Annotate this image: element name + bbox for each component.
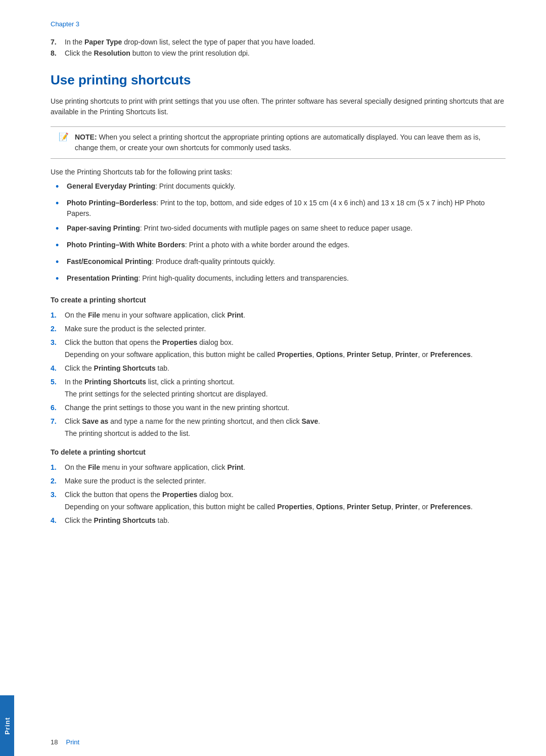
- bullet-item-1: • General Everyday Printing: Print docum…: [56, 181, 506, 194]
- bullet-item-2: • Photo Printing–Borderless: Print to th…: [56, 198, 506, 219]
- create-step-content-4: Click the Printing Shortcuts tab.: [65, 363, 506, 374]
- create-step-4: 4. Click the Printing Shortcuts tab.: [51, 363, 506, 374]
- bullet-text-5: Fast/Economical Printing: Produce draft-…: [67, 256, 275, 269]
- step-text-7: In the Paper Type drop-down list, select…: [65, 38, 315, 46]
- create-step-7: 7. Click Save as and type a name for the…: [51, 416, 506, 439]
- create-step-content-1: On the File menu in your software applic…: [65, 310, 506, 321]
- delete-step-num-4: 4.: [51, 515, 65, 526]
- intro-paragraph: Use printing shortcuts to print with pri…: [51, 96, 506, 117]
- bullet-dot-6: •: [56, 272, 67, 286]
- create-step-1: 1. On the File menu in your software app…: [51, 310, 506, 321]
- create-step-3-sub: Depending on your software application, …: [65, 349, 506, 360]
- create-step-3: 3. Click the button that opens the Prope…: [51, 337, 506, 360]
- create-step-content-2: Make sure the product is the selected pr…: [65, 324, 506, 334]
- bullet-item-6: • Presentation Printing: Print high-qual…: [56, 273, 506, 286]
- create-step-content-5: In the Printing Shortcuts list, click a …: [65, 377, 506, 399]
- bullet-text-1: General Everyday Printing: Print documen…: [67, 181, 236, 194]
- bullet-text-3: Paper-saving Printing: Print two-sided d…: [67, 223, 413, 236]
- use-text: Use the Printing Shortcuts tab for the f…: [51, 168, 506, 176]
- footer-section-label: Print: [66, 738, 79, 746]
- note-label: NOTE:: [75, 133, 97, 141]
- delete-step-content-2: Make sure the product is the selected pr…: [65, 476, 506, 486]
- delete-step-1: 1. On the File menu in your software app…: [51, 462, 506, 473]
- create-step-num-5: 5.: [51, 377, 65, 399]
- chapter-label: Chapter 3: [51, 20, 506, 28]
- create-step-6: 6. Change the print settings to those yo…: [51, 403, 506, 413]
- section-title: Use printing shortcuts: [51, 72, 506, 88]
- create-step-5: 5. In the Printing Shortcuts list, click…: [51, 377, 506, 399]
- bullet-dot-5: •: [56, 255, 67, 269]
- intro-steps-list: 7. In the Paper Type drop-down list, sel…: [51, 38, 506, 57]
- delete-step-content-4: Click the Printing Shortcuts tab.: [65, 515, 506, 526]
- delete-step-content-3: Click the button that opens the Properti…: [65, 490, 506, 512]
- create-step-num-1: 1.: [51, 310, 65, 321]
- bullet-item-3: • Paper-saving Printing: Print two-sided…: [56, 223, 506, 236]
- create-shortcut-heading: To create a printing shortcut: [51, 296, 506, 304]
- bullet-text-6: Presentation Printing: Print high-qualit…: [67, 273, 349, 286]
- bullet-dot-1: •: [56, 180, 67, 194]
- sidebar-print-label: Print: [4, 717, 11, 735]
- delete-steps-list: 1. On the File menu in your software app…: [51, 462, 506, 526]
- create-step-content-6: Change the print settings to those you w…: [65, 403, 506, 413]
- bullet-text-4: Photo Printing–With White Borders: Print…: [67, 240, 349, 252]
- bullet-item-4: • Photo Printing–With White Borders: Pri…: [56, 240, 506, 252]
- delete-step-content-1: On the File menu in your software applic…: [65, 462, 506, 473]
- footer-page-number: 18: [51, 738, 58, 746]
- bullet-list: • General Everyday Printing: Print docum…: [51, 181, 506, 286]
- create-steps-list: 1. On the File menu in your software app…: [51, 310, 506, 439]
- page-footer: 18 Print: [51, 738, 506, 746]
- step-num-8: 8.: [51, 49, 65, 57]
- create-step-num-6: 6.: [51, 403, 65, 413]
- intro-step-7: 7. In the Paper Type drop-down list, sel…: [51, 38, 506, 46]
- delete-step-2: 2. Make sure the product is the selected…: [51, 476, 506, 486]
- create-step-num-3: 3.: [51, 337, 65, 360]
- create-step-content-7: Click Save as and type a name for the ne…: [65, 416, 506, 439]
- delete-step-3-sub: Depending on your software application, …: [65, 502, 506, 512]
- create-step-num-4: 4.: [51, 363, 65, 374]
- create-step-num-7: 7.: [51, 416, 65, 439]
- create-step-7-sub: The printing shortcut is added to the li…: [65, 428, 506, 439]
- create-shortcut-section: To create a printing shortcut 1. On the …: [51, 296, 506, 439]
- delete-step-4: 4. Click the Printing Shortcuts tab.: [51, 515, 506, 526]
- create-step-5-sub: The print settings for the selected prin…: [65, 389, 506, 399]
- bullet-dot-2: •: [56, 197, 67, 219]
- delete-step-3: 3. Click the button that opens the Prope…: [51, 490, 506, 512]
- create-step-2: 2. Make sure the product is the selected…: [51, 324, 506, 334]
- step-text-8: Click the Resolution button to view the …: [65, 49, 250, 57]
- step-num-7: 7.: [51, 38, 65, 46]
- note-icon: 📝: [59, 132, 70, 153]
- delete-step-num-3: 3.: [51, 490, 65, 512]
- bullet-item-5: • Fast/Economical Printing: Produce draf…: [56, 256, 506, 269]
- note-text: NOTE: When you select a printing shortcu…: [75, 132, 497, 153]
- note-box: 📝 NOTE: When you select a printing short…: [51, 126, 506, 159]
- delete-shortcut-section: To delete a printing shortcut 1. On the …: [51, 448, 506, 526]
- sidebar-print-bar: Print: [0, 695, 14, 756]
- delete-step-num-2: 2.: [51, 476, 65, 486]
- create-step-num-2: 2.: [51, 324, 65, 334]
- bullet-dot-4: •: [56, 239, 67, 252]
- delete-shortcut-heading: To delete a printing shortcut: [51, 448, 506, 456]
- bullet-text-2: Photo Printing–Borderless: Print to the …: [67, 198, 506, 219]
- bullet-dot-3: •: [56, 222, 67, 236]
- intro-step-8: 8. Click the Resolution button to view t…: [51, 49, 506, 57]
- note-body: When you select a printing shortcut the …: [75, 133, 480, 152]
- delete-step-num-1: 1.: [51, 462, 65, 473]
- create-step-content-3: Click the button that opens the Properti…: [65, 337, 506, 360]
